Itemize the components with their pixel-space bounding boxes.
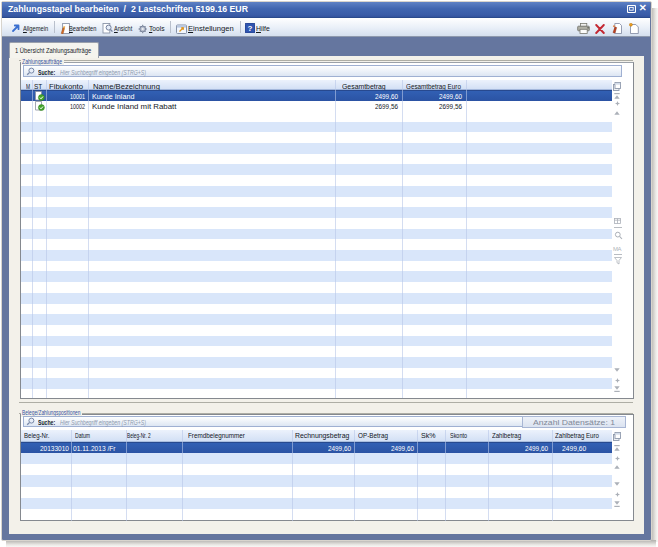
svg-text:?: ? [248, 24, 253, 33]
